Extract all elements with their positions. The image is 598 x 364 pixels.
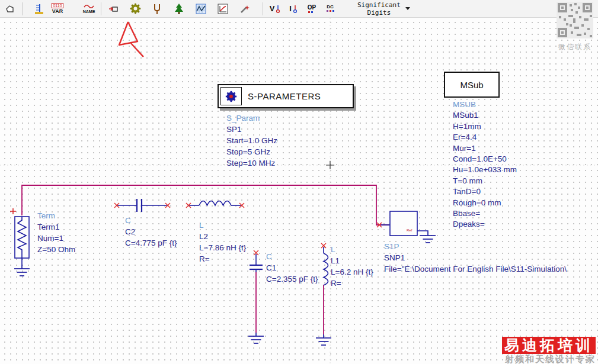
param-line: Er=4.4 [453, 132, 517, 143]
msub-title: MSub [460, 80, 483, 90]
component-type: S_Param [226, 112, 277, 124]
toolbar-separator [101, 2, 101, 15]
param-line: MSub1 [453, 110, 517, 121]
current-probe-letter: I [289, 4, 292, 13]
name-label: NAME [83, 9, 95, 14]
term1-label[interactable]: Term Term1Num=1Z=50 Ohm [37, 210, 75, 255]
watermark: 易迪拓培训 射频和天线设计专家 [502, 337, 596, 364]
param-line: Z=50 Ohm [37, 244, 75, 255]
toolbar-separator [22, 2, 23, 15]
component-type: L [199, 220, 246, 231]
msub-label[interactable]: MSUB MSub1H=1mmEr=4.4Mur=1Cond=1.0E+50Hu… [453, 99, 517, 230]
param-line: TanD=0 [453, 186, 517, 197]
op-dots-icon [308, 11, 316, 14]
var-button[interactable]: 0110 VAR [51, 1, 64, 17]
sim-gear-box [220, 87, 242, 105]
tuning-fork-button[interactable] [151, 1, 164, 17]
tuning-fork-icon [152, 3, 162, 15]
s-parameters-controller[interactable]: S-PARAMETERS [218, 84, 354, 108]
voltage-label-button[interactable]: V [268, 1, 282, 17]
qr-caption: 微信联系 [557, 42, 593, 52]
msub-block[interactable]: MSub [444, 72, 500, 98]
simulate-gear-button[interactable] [129, 1, 142, 17]
ads-schematic-window: 0110 VAR NAME [0, 0, 598, 364]
tree-icon [174, 3, 184, 15]
current-probe-icon [293, 5, 298, 13]
op-annotation-button[interactable]: OP [305, 1, 318, 17]
op-label: OP [308, 4, 316, 11]
chevron-down-icon [405, 7, 410, 10]
gear-icon [225, 90, 238, 103]
wand-icon [239, 4, 250, 14]
param-line: C2 [125, 226, 177, 237]
toolbar-separator [263, 2, 263, 15]
var-bits-label: 0110 [52, 3, 63, 8]
significant-digits-dropdown[interactable]: Significant Digits [357, 1, 410, 17]
param-line: R= [331, 278, 373, 289]
param-line: File="E:\Document For English File\S11-S… [384, 263, 567, 275]
plot-button[interactable] [216, 1, 229, 17]
snp1-label[interactable]: S1P SNP1File="E:\Document For English Fi… [384, 241, 567, 275]
watermark-title: 易迪拓培训 [502, 337, 596, 354]
param-line: Rough=0 mm [453, 198, 517, 208]
gear-icon [129, 2, 142, 15]
sparams-label[interactable]: S_Param SP1Start=1.0 GHzStop=5 GHzStep=1… [226, 112, 277, 169]
component-type: C [125, 215, 177, 226]
voltage-label-letter: V [270, 4, 275, 13]
l2-label[interactable]: L L2L=7.86 nH {t}R= [199, 220, 246, 265]
qr-code-block: 微信联系 [557, 2, 593, 52]
qr-code-image [557, 2, 593, 38]
wire-name-button[interactable]: NAME [82, 1, 95, 17]
component-type: MSUB [453, 99, 517, 110]
tree-button[interactable] [172, 1, 186, 17]
param-line: Step=10 MHz [226, 157, 277, 169]
push-into-button[interactable] [107, 1, 120, 17]
param-line: Num=1 [37, 233, 75, 244]
param-line: R= [199, 253, 246, 265]
component-type: L [331, 244, 373, 255]
param-line: C1 [266, 262, 318, 273]
param-line: Mur=1 [453, 143, 517, 154]
param-line: Hu=1.0e+033 mm [453, 165, 517, 175]
data-display-button[interactable] [194, 1, 207, 17]
plot-icon [218, 4, 228, 14]
dc-label: DC [327, 4, 334, 9]
param-line: Bbase= [453, 208, 517, 219]
param-line: T=0 mm [453, 176, 517, 186]
sparams-title: S-PARAMETERS [248, 91, 321, 101]
voltage-probe-icon [276, 5, 280, 13]
component-type: S1P [384, 241, 567, 252]
param-line: L2 [199, 231, 246, 242]
param-line: SNP1 [384, 252, 567, 263]
data-display-icon [196, 4, 206, 14]
dc-annotation-button[interactable]: DC [324, 1, 337, 17]
component-type: Term [37, 210, 75, 221]
var-label: VAR [52, 8, 63, 14]
param-line: Cond=1.0E+50 [453, 154, 517, 165]
param-line: Term1 [37, 221, 75, 233]
param-line: C=4.775 pF {t} [125, 237, 177, 249]
c2-label[interactable]: C C2C=4.775 pF {t} [125, 215, 177, 249]
c1-label[interactable]: C C1C=2.355 pF {t} [266, 251, 318, 285]
level-meter-icon [34, 3, 44, 15]
optimize-wand-button[interactable] [238, 1, 251, 17]
toolbar: 0110 VAR NAME [0, 0, 598, 18]
param-line: SP1 [226, 124, 277, 135]
port-icon [5, 4, 15, 14]
param-line: L=6.2 nH {t} [331, 266, 373, 278]
component-type: C [266, 251, 318, 262]
param-line: L1 [331, 255, 373, 266]
l1-label[interactable]: L L1L=6.2 nH {t}R= [331, 244, 373, 289]
dc-dots-icon [326, 9, 334, 13]
param-line: C=2.355 pF {t} [266, 273, 318, 285]
param-line: L=7.86 nH {t} [199, 242, 246, 253]
port-button[interactable] [4, 1, 17, 17]
push-into-icon [108, 4, 119, 14]
param-line: Stop=5 GHz [226, 146, 277, 157]
significant-digits-line1: Significant [357, 1, 401, 9]
param-line: Dpeaks= [453, 219, 517, 230]
watermark-subtitle: 射频和天线设计专家 [502, 354, 596, 364]
current-probe-button[interactable]: I [287, 1, 300, 17]
param-line: H=1mm [453, 121, 517, 132]
level-meter-button[interactable] [33, 1, 46, 17]
